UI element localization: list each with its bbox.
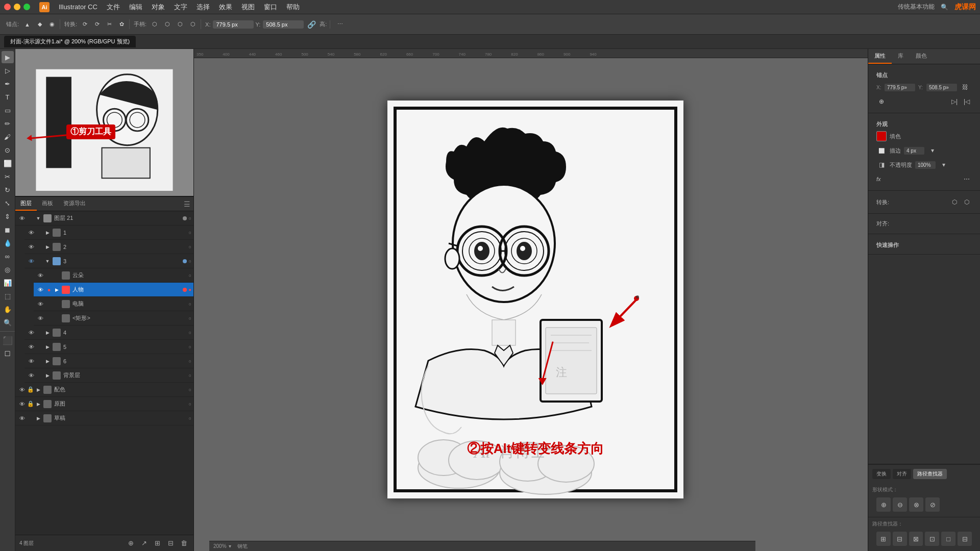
- workspace-selector[interactable]: 传统基本功能: [898, 3, 935, 11]
- canvas-area[interactable]: 350 400 440 460 500 540 580 620 660 700 …: [194, 49, 868, 551]
- layer-vis-caogao[interactable]: 👁: [17, 414, 27, 423]
- layer-row[interactable]: 👁 ▶ 6 ○: [24, 354, 193, 368]
- anchor-btn-1[interactable]: ▲: [21, 20, 33, 29]
- menu-edit[interactable]: 编辑: [125, 3, 146, 12]
- stroke-color[interactable]: □: [2, 347, 14, 360]
- stroke-options-icon[interactable]: ▾: [927, 145, 938, 156]
- layer-row[interactable]: 👁 ▼ 图层 21 ○: [15, 211, 193, 226]
- layer-row[interactable]: 👁 🔒 ▶ 配色 ○: [15, 383, 193, 397]
- layer-expand-3[interactable]: ▼: [44, 258, 51, 265]
- layer-vis-4[interactable]: 👁: [27, 328, 36, 337]
- layer-lock-caogao[interactable]: [27, 414, 35, 422]
- menu-view[interactable]: 视图: [237, 3, 259, 12]
- exclude-btn[interactable]: ⊘: [925, 497, 940, 512]
- pen-tool[interactable]: ✒: [2, 78, 14, 90]
- layer-row[interactable]: 👁 ▼ 3 ○: [24, 254, 193, 268]
- tab-color[interactable]: 颜色: [910, 49, 933, 64]
- layer-row[interactable]: 👁 ▶ 5 ○: [24, 340, 193, 354]
- transform-btn-1[interactable]: ⟳: [80, 19, 90, 29]
- x-input[interactable]: [213, 20, 254, 29]
- crop-btn[interactable]: ⊡: [925, 532, 939, 546]
- menu-select[interactable]: 选择: [192, 3, 214, 12]
- anchor-right-btn2[interactable]: |◁: [962, 96, 972, 107]
- transform-btn-2[interactable]: ⬡: [962, 197, 972, 207]
- close-button[interactable]: [4, 4, 11, 10]
- transform-btn-2[interactable]: ⟳: [92, 19, 103, 29]
- minus-front-btn[interactable]: ⊖: [893, 497, 907, 512]
- menu-object[interactable]: 对象: [148, 3, 169, 12]
- tab-artboard[interactable]: 画板: [37, 197, 58, 211]
- tab-transform[interactable]: 变换: [872, 469, 891, 479]
- constraint-icon[interactable]: ⛓: [960, 82, 970, 92]
- fill-swatch[interactable]: [876, 131, 887, 141]
- menu-text[interactable]: 文字: [170, 3, 191, 12]
- layer-lock-peise[interactable]: 🔒: [27, 386, 35, 394]
- layer-vis-1[interactable]: 👁: [27, 228, 36, 237]
- layer-lock-21[interactable]: [27, 214, 35, 222]
- layer-lock-1[interactable]: [36, 229, 44, 237]
- menu-effect[interactable]: 效果: [215, 3, 236, 12]
- maximize-button[interactable]: [23, 4, 30, 10]
- layer-row-renwu[interactable]: 👁 ● ▶ 人物 ●: [34, 283, 193, 297]
- opacity-value[interactable]: 100%: [915, 161, 936, 169]
- layer-expand-6[interactable]: ▶: [44, 358, 51, 365]
- transform-btn-4[interactable]: ✿: [116, 19, 127, 29]
- eyedropper-tool[interactable]: 💧: [2, 237, 14, 249]
- layer-row[interactable]: 👁 ▶ 草稿 ○: [15, 411, 193, 425]
- layer-lock-4[interactable]: [36, 329, 44, 337]
- divide-btn[interactable]: ⊞: [876, 532, 891, 546]
- scissors-tool[interactable]: ✂: [2, 170, 14, 183]
- layer-expand-5[interactable]: ▶: [44, 343, 51, 350]
- brush-tool[interactable]: 🖌: [2, 131, 14, 143]
- layer-lock-juxing[interactable]: [45, 314, 53, 322]
- layer-expand-2[interactable]: ▶: [44, 243, 51, 251]
- zoom-control[interactable]: 200% ▾: [213, 543, 231, 549]
- pencil-tool[interactable]: ✏: [2, 117, 14, 130]
- layer-vis-renwu[interactable]: 👁: [36, 285, 45, 294]
- layer-vis-peise[interactable]: 👁: [17, 385, 27, 394]
- direct-select-tool[interactable]: ▷: [2, 64, 14, 77]
- fx-options-icon[interactable]: ⋯: [962, 174, 972, 184]
- layer-expand-diannao[interactable]: [53, 300, 60, 308]
- layer-lock-3[interactable]: [36, 257, 44, 265]
- layer-vis-yuantu[interactable]: 👁: [17, 399, 27, 409]
- tab-align[interactable]: 对齐: [893, 469, 911, 479]
- blend-tool[interactable]: ∞: [2, 250, 14, 262]
- layer-expand-yuantu[interactable]: ▶: [35, 400, 42, 408]
- fill-color[interactable]: ⬛: [2, 334, 14, 346]
- select-tool[interactable]: ▶: [2, 51, 14, 63]
- layer-vis-diannao[interactable]: 👁: [36, 299, 45, 309]
- outline-btn[interactable]: □: [941, 532, 955, 546]
- menu-window[interactable]: 窗口: [260, 3, 281, 12]
- layer-row[interactable]: 👁 电脑 ○: [34, 297, 193, 311]
- new-layer-btn[interactable]: ⊕: [125, 538, 136, 549]
- minimize-button[interactable]: [14, 4, 20, 10]
- layer-vis-3[interactable]: 👁: [27, 257, 36, 266]
- anchor-btn-3[interactable]: ◉: [46, 19, 58, 29]
- layer-vis-21[interactable]: 👁: [17, 214, 27, 223]
- transform-btn-3[interactable]: ✂: [104, 19, 115, 29]
- active-tab[interactable]: 封面-演示源文件1.ai* @ 200% (RGB/GPU 预览): [4, 36, 136, 47]
- layers-menu-icon[interactable]: ☰: [184, 200, 190, 208]
- canvas-content[interactable]: 注 Ai 肖博士: [203, 58, 868, 541]
- handle-btn-4[interactable]: ⬡: [187, 19, 199, 29]
- layer-lock-diannao[interactable]: [45, 300, 53, 308]
- gradient-tool[interactable]: ◼: [2, 223, 14, 236]
- text-tool[interactable]: T: [2, 91, 14, 103]
- width-tool[interactable]: ⇕: [2, 210, 14, 222]
- layer-lock-6[interactable]: [36, 357, 44, 365]
- artboard-tool[interactable]: ⬚: [2, 290, 14, 302]
- layer-expand-21[interactable]: ▼: [35, 215, 42, 222]
- tab-asset-export[interactable]: 资源导出: [58, 197, 91, 211]
- merge-btn[interactable]: ⊠: [909, 532, 923, 546]
- layer-vis-yunduo[interactable]: 👁: [36, 271, 45, 280]
- trim-btn[interactable]: ⊟: [893, 532, 907, 546]
- intersect-btn[interactable]: ⊗: [909, 497, 923, 512]
- layer-vis-6[interactable]: 👁: [27, 357, 36, 366]
- layer-row[interactable]: 👁 ▶ 4 ○: [24, 325, 193, 340]
- menu-file[interactable]: 文件: [103, 3, 124, 12]
- shape-tool[interactable]: ▭: [2, 104, 14, 116]
- layer-row[interactable]: 👁 🔒 ▶ 原图 ○: [15, 397, 193, 411]
- zoom-dropdown-icon[interactable]: ▾: [229, 543, 231, 549]
- layer-row[interactable]: 👁 ▶ 2 ○: [24, 240, 193, 254]
